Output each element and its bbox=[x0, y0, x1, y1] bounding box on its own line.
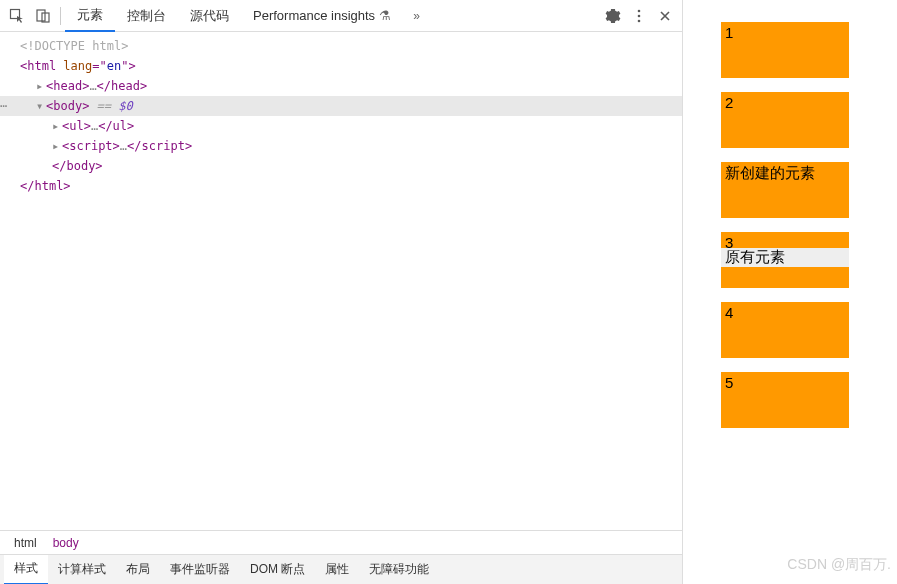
device-toggle-icon[interactable] bbox=[30, 3, 56, 29]
list-item: 4 bbox=[721, 302, 849, 358]
tab-label: Performance insights bbox=[253, 8, 375, 23]
dom-body-close[interactable]: </body> bbox=[0, 156, 682, 176]
more-tabs-icon[interactable]: » bbox=[403, 9, 430, 23]
tab-performance-insights[interactable]: Performance insights ⚗ bbox=[241, 0, 403, 32]
tab-layout[interactable]: 布局 bbox=[116, 555, 160, 585]
breadcrumb: html body bbox=[0, 530, 682, 554]
close-icon[interactable] bbox=[652, 3, 678, 29]
collapse-arrow-icon[interactable] bbox=[36, 97, 46, 115]
box-label: 2 bbox=[725, 94, 733, 111]
list-item: 5 bbox=[721, 372, 849, 428]
devtools-panel: 元素 控制台 源代码 Performance insights ⚗ » <!DO… bbox=[0, 0, 683, 584]
dom-head[interactable]: <head>…</head> bbox=[0, 76, 682, 96]
svg-point-5 bbox=[638, 19, 641, 22]
devtools-toolbar: 元素 控制台 源代码 Performance insights ⚗ » bbox=[0, 0, 682, 32]
expand-arrow-icon[interactable] bbox=[52, 137, 62, 155]
dom-script[interactable]: <script>…</script> bbox=[0, 136, 682, 156]
list-item: 2 bbox=[721, 92, 849, 148]
svg-point-4 bbox=[638, 14, 641, 17]
box-label: 新创建的元素 bbox=[725, 164, 815, 181]
expand-arrow-icon[interactable] bbox=[36, 77, 46, 95]
tab-event-listeners[interactable]: 事件监听器 bbox=[160, 555, 240, 585]
box-label: 4 bbox=[725, 304, 733, 321]
settings-icon[interactable] bbox=[600, 3, 626, 29]
inspect-icon[interactable] bbox=[4, 3, 30, 29]
page-preview: 1 2 新创建的元素 3 原有元素 4 5 bbox=[683, 0, 897, 584]
dom-doctype[interactable]: <!DOCTYPE html> bbox=[0, 36, 682, 56]
box-label: 1 bbox=[725, 24, 733, 41]
styles-tabbar: 样式 计算样式 布局 事件监听器 DOM 断点 属性 无障碍功能 bbox=[0, 554, 682, 584]
tab-elements[interactable]: 元素 bbox=[65, 0, 115, 32]
crumb-body[interactable]: body bbox=[45, 536, 87, 550]
tab-console[interactable]: 控制台 bbox=[115, 0, 178, 32]
dom-body-open[interactable]: <body> == $0 bbox=[0, 96, 682, 116]
tab-sources[interactable]: 源代码 bbox=[178, 0, 241, 32]
dom-tree[interactable]: <!DOCTYPE html> <html lang="en"> <head>…… bbox=[0, 32, 682, 530]
dom-html-open[interactable]: <html lang="en"> bbox=[0, 56, 682, 76]
svg-point-3 bbox=[638, 9, 641, 12]
flask-icon: ⚗ bbox=[379, 8, 391, 23]
svg-rect-1 bbox=[37, 10, 45, 21]
list-item: 3 原有元素 bbox=[721, 232, 849, 288]
separator bbox=[60, 7, 61, 25]
box-label: 5 bbox=[725, 374, 733, 391]
kebab-menu-icon[interactable] bbox=[626, 3, 652, 29]
list-item: 新创建的元素 bbox=[721, 162, 849, 218]
tab-properties[interactable]: 属性 bbox=[315, 555, 359, 585]
tab-dom-breakpoints[interactable]: DOM 断点 bbox=[240, 555, 315, 585]
dom-ul[interactable]: <ul>…</ul> bbox=[0, 116, 682, 136]
box-overlay-label: 原有元素 bbox=[721, 248, 849, 267]
tab-computed[interactable]: 计算样式 bbox=[48, 555, 116, 585]
expand-arrow-icon[interactable] bbox=[52, 117, 62, 135]
tab-accessibility[interactable]: 无障碍功能 bbox=[359, 555, 439, 585]
list-item: 1 bbox=[721, 22, 849, 78]
tab-styles[interactable]: 样式 bbox=[4, 555, 48, 585]
crumb-html[interactable]: html bbox=[6, 536, 45, 550]
dom-html-close[interactable]: </html> bbox=[0, 176, 682, 196]
